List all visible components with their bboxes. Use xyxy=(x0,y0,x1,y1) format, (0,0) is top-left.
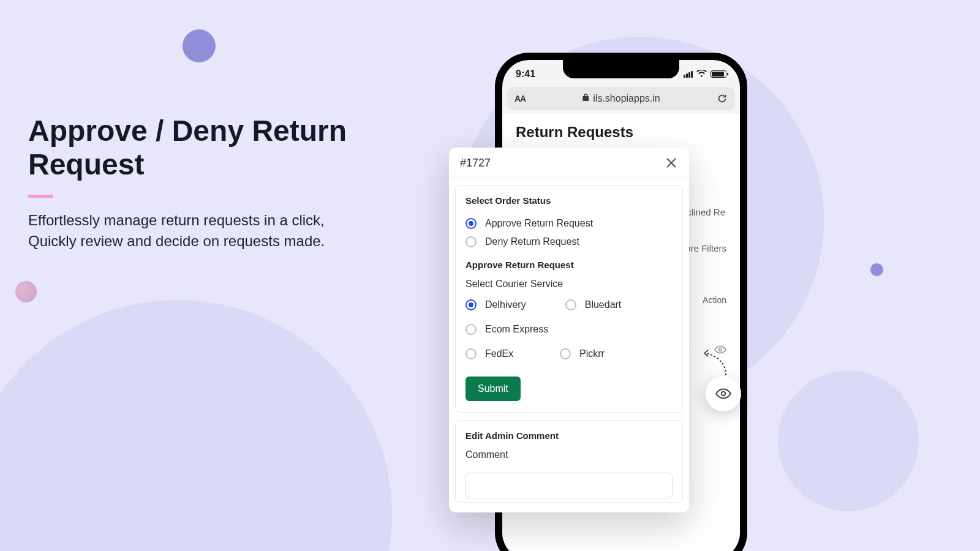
radio-fedex[interactable]: FedEx xyxy=(466,345,551,363)
svg-point-0 xyxy=(719,348,722,351)
radio-icon xyxy=(466,348,477,359)
text-size-icon[interactable]: AA xyxy=(514,94,526,103)
radio-icon xyxy=(560,348,571,359)
browser-address-bar[interactable]: AA ils.shopiapps.in xyxy=(507,87,735,110)
lock-icon xyxy=(582,93,589,104)
return-request-modal: #1727 Select Order Status Approve Return… xyxy=(449,148,689,512)
courier-options: Delhivery Bluedart Ecom Express FedEx Pi… xyxy=(466,296,673,363)
radio-label: Ecom Express xyxy=(485,324,548,335)
column-action: Action xyxy=(703,295,726,305)
bg-circle-small-2 xyxy=(870,263,883,276)
comment-input[interactable] xyxy=(466,473,673,498)
modal-order-id: #1727 xyxy=(460,157,491,170)
radio-ecom-express[interactable]: Ecom Express xyxy=(466,320,579,339)
radio-approve-return[interactable]: Approve Return Request xyxy=(466,214,673,233)
bg-circle-gradient-small xyxy=(15,281,37,302)
radio-icon xyxy=(466,236,477,247)
radio-label: Bluedart xyxy=(585,299,622,310)
comment-field-label: Comment xyxy=(466,449,673,460)
page-title: Return Requests xyxy=(516,124,726,141)
phone-notch xyxy=(563,60,679,78)
radio-icon xyxy=(565,299,576,310)
select-status-label: Select Order Status xyxy=(466,195,673,206)
marketing-copy: Approve / Deny Return Request Effortless… xyxy=(28,114,420,252)
close-icon[interactable] xyxy=(665,156,678,170)
bg-circle-small-1 xyxy=(183,29,216,62)
radio-label: Deny Return Request xyxy=(485,236,579,247)
admin-comment-card: Edit Admin Comment Comment xyxy=(455,420,683,503)
radio-icon xyxy=(466,218,477,229)
radio-label: FedEx xyxy=(485,348,513,359)
courier-service-label: Select Courier Service xyxy=(466,279,673,290)
wifi-icon xyxy=(696,69,707,80)
status-icons xyxy=(684,69,726,80)
radio-label: Pickrr xyxy=(579,348,605,359)
radio-delhivery[interactable]: Delhivery xyxy=(466,296,557,314)
radio-label: Approve Return Request xyxy=(485,218,593,229)
submit-button[interactable]: Submit xyxy=(466,377,521,401)
marketing-sub-2: Quickly review and decide on requests ma… xyxy=(28,233,325,249)
approve-section-label: Approve Return Request xyxy=(466,260,673,270)
radio-label: Delhivery xyxy=(485,299,526,310)
radio-bluedart[interactable]: Bluedart xyxy=(565,296,657,314)
marketing-sub-1: Effortlessly manage return requests in a… xyxy=(28,212,325,228)
modal-header: #1727 xyxy=(449,148,689,178)
bg-circle-large-bottom-right xyxy=(778,370,919,511)
edit-comment-label: Edit Admin Comment xyxy=(466,430,673,441)
radio-icon xyxy=(466,324,477,335)
accent-underline xyxy=(28,195,53,198)
battery-icon xyxy=(710,70,726,78)
marketing-headline: Approve / Deny Return Request xyxy=(28,114,420,181)
cellular-signal-icon xyxy=(684,71,693,78)
url-text: ils.shopiapps.in xyxy=(593,93,660,104)
view-action-fab[interactable] xyxy=(706,376,741,411)
bg-circle-large-bottom-left xyxy=(0,300,392,551)
order-status-card: Select Order Status Approve Return Reque… xyxy=(455,185,683,413)
radio-icon xyxy=(466,299,477,310)
eye-icon-ghost xyxy=(714,345,726,356)
radio-pickrr[interactable]: Pickrr xyxy=(560,345,651,363)
reload-icon[interactable] xyxy=(717,93,728,104)
more-filters-button[interactable]: ore Filters xyxy=(685,243,726,253)
radio-deny-return[interactable]: Deny Return Request xyxy=(466,233,673,251)
svg-point-1 xyxy=(722,392,726,396)
status-time: 9:41 xyxy=(516,69,535,80)
